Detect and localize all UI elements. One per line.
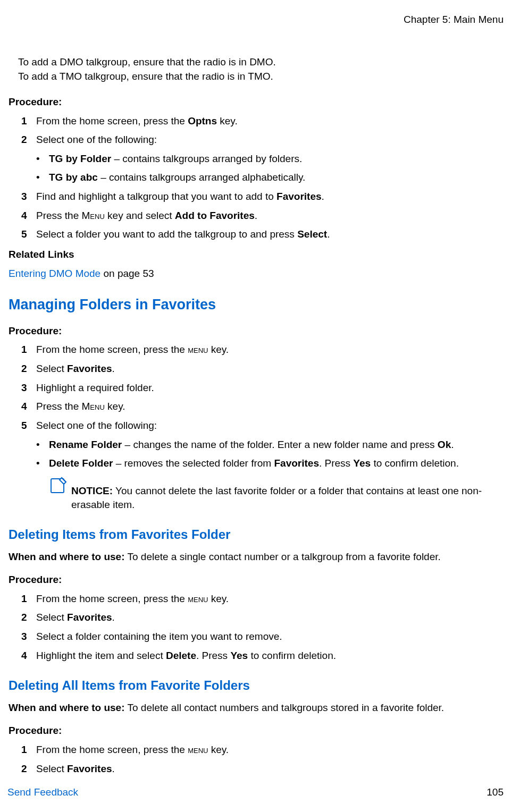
procedure-steps-0: 1From the home screen, press the Optns k… (21, 114, 505, 147)
procedure-steps-3: 1From the home screen, press the menu ke… (21, 743, 505, 775)
bullet-list: •TG by Folder – contains talkgroups arra… (36, 152, 505, 184)
step: 3Find and highlight a talkgroup that you… (21, 190, 505, 204)
step: 3Select a folder containing the item you… (21, 630, 505, 644)
procedure-label: Procedure: (9, 573, 505, 587)
step-number: 2 (21, 762, 36, 776)
link-entering-dmo[interactable]: Entering DMO Mode (9, 268, 100, 279)
when-text: To delete all contact numbers and talkgr… (125, 702, 445, 713)
step-text: Select one of the following: (36, 419, 505, 433)
chapter-header: Chapter 5: Main Menu (9, 13, 505, 27)
step-text: From the home screen, press the Optns ke… (36, 114, 505, 128)
link-page-ref: on page 53 (100, 268, 154, 279)
step-number: 2 (21, 133, 36, 147)
step-text: Select Favorites. (36, 362, 505, 376)
related-link-row: Entering DMO Mode on page 53 (9, 267, 505, 281)
bullet-text: TG by Folder – contains talkgroups arran… (49, 152, 505, 166)
step: 1From the home screen, press the menu ke… (21, 343, 505, 357)
step: 3Highlight a required folder. (21, 381, 505, 395)
when-label: When and where to use: (9, 551, 125, 562)
step: 1From the home screen, press the menu ke… (21, 592, 505, 606)
bullet-dot: • (36, 152, 49, 166)
step-text: Select a folder containing the item you … (36, 630, 505, 644)
notice-text: NOTICE: You cannot delete the last favor… (71, 476, 505, 511)
step-number: 3 (21, 630, 36, 644)
step-number: 5 (21, 419, 36, 433)
step-text: Select a folder you want to add the talk… (36, 227, 505, 241)
bullet-item: •TG by abc – contains talkgroups arrange… (36, 171, 505, 184)
procedure-steps-1: 1From the home screen, press the menu ke… (21, 343, 505, 432)
step: 2Select Favorites. (21, 611, 505, 624)
bullet-dot: • (36, 456, 49, 470)
bullet-text: TG by abc – contains talkgroups arranged… (49, 171, 505, 184)
heading-managing-folders: Managing Folders in Favorites (9, 295, 505, 314)
bullet-dot: • (36, 171, 49, 184)
bullet-item: •Rename Folder – changes the name of the… (36, 438, 505, 452)
step-number: 4 (21, 649, 36, 663)
step: 4Highlight the item and select Delete. P… (21, 649, 505, 663)
step-number: 3 (21, 381, 36, 395)
step-number: 1 (21, 743, 36, 757)
step-text: From the home screen, press the menu key… (36, 343, 505, 357)
step-text: From the home screen, press the menu key… (36, 592, 505, 606)
procedure-steps-0b: 3Find and highlight a talkgroup that you… (21, 190, 505, 241)
step-text: Select one of the following: (36, 133, 505, 147)
step: 5Select one of the following: (21, 419, 505, 433)
bullet-dot: • (36, 438, 49, 452)
intro-line-1: To add a DMO talkgroup, ensure that the … (18, 55, 505, 69)
step-number: 3 (21, 190, 36, 204)
notice-box: NOTICE: You cannot delete the last favor… (49, 476, 505, 511)
step-text: Highlight the item and select Delete. Pr… (36, 649, 505, 663)
bullet-item: •Delete Folder – removes the selected fo… (36, 456, 505, 470)
when-text: To delete a single contact number or a t… (125, 551, 441, 562)
step-number: 2 (21, 362, 36, 376)
when-row: When and where to use: To delete all con… (9, 701, 505, 715)
step: 2Select Favorites. (21, 362, 505, 376)
step-text: Select Favorites. (36, 611, 505, 624)
bullet-text: Rename Folder – changes the name of the … (49, 438, 505, 452)
step-text: Highlight a required folder. (36, 381, 505, 395)
notice-icon (49, 476, 71, 511)
when-label: When and where to use: (9, 702, 125, 713)
step-number: 2 (21, 611, 36, 624)
procedure-steps-2: 1From the home screen, press the menu ke… (21, 592, 505, 663)
step-number: 5 (21, 227, 36, 241)
heading-deleting-all-items: Deleting All Items from Favorite Folders (9, 677, 505, 694)
step: 5Select a folder you want to add the tal… (21, 227, 505, 241)
heading-deleting-items: Deleting Items from Favorites Folder (9, 526, 505, 543)
step-number: 1 (21, 343, 36, 357)
step: 1From the home screen, press the menu ke… (21, 743, 505, 757)
step-number: 4 (21, 400, 36, 413)
step-text: From the home screen, press the menu key… (36, 743, 505, 757)
step-number: 4 (21, 209, 36, 223)
related-links-label: Related Links (9, 248, 505, 261)
procedure-label: Procedure: (9, 95, 505, 109)
step-text: Press the Menu key and select Add to Fav… (36, 209, 505, 223)
step-number: 1 (21, 592, 36, 606)
procedure-label: Procedure: (9, 724, 505, 738)
procedure-label: Procedure: (9, 324, 505, 338)
page-footer: Send Feedback 105 (0, 785, 511, 799)
intro-block: To add a DMO talkgroup, ensure that the … (18, 55, 505, 83)
bullet-item: •TG by Folder – contains talkgroups arra… (36, 152, 505, 166)
step: 4Press the Menu key. (21, 400, 505, 413)
bullet-list: •Rename Folder – changes the name of the… (36, 438, 505, 470)
step-text: Find and highlight a talkgroup that you … (36, 190, 505, 204)
step: 4Press the Menu key and select Add to Fa… (21, 209, 505, 223)
step: 2Select Favorites. (21, 762, 505, 776)
when-row: When and where to use: To delete a singl… (9, 550, 505, 564)
intro-line-2: To add a TMO talkgroup, ensure that the … (18, 70, 505, 83)
step-text: Select Favorites. (36, 762, 505, 776)
step: 1From the home screen, press the Optns k… (21, 114, 505, 128)
step: 2Select one of the following: (21, 133, 505, 147)
step-text: Press the Menu key. (36, 400, 505, 413)
step-number: 1 (21, 114, 36, 128)
send-feedback-link[interactable]: Send Feedback (7, 785, 78, 799)
bullet-text: Delete Folder – removes the selected fol… (49, 456, 505, 470)
page-number: 105 (487, 785, 504, 799)
